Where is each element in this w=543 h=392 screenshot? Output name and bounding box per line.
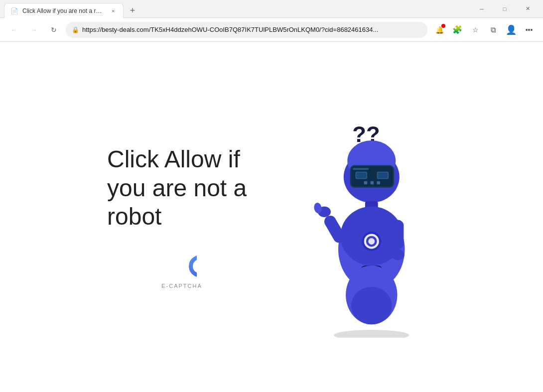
browser-actions: 🔔 🧩 ☆ ⧉ 👤 ••• [431, 22, 537, 38]
main-heading: Click Allow if you are not a robot [107, 145, 257, 231]
captcha-logo: E-CAPTCHA [107, 251, 257, 289]
more-icon: ••• [526, 26, 533, 34]
close-icon: ✕ [526, 5, 530, 12]
maximize-button[interactable]: □ [493, 0, 516, 18]
svg-point-29 [334, 330, 409, 338]
tab-title: Click Allow if you are not a robot [22, 7, 105, 14]
collections-icon: ⧉ [491, 25, 496, 34]
svg-rect-25 [392, 220, 404, 249]
svg-rect-11 [371, 181, 374, 184]
extensions-button[interactable]: 🧩 [449, 22, 465, 38]
left-section: Click Allow if you are not a robot E-CAP… [107, 145, 257, 289]
notifications-button[interactable]: 🔔 [431, 22, 447, 38]
svg-rect-5 [353, 167, 369, 169]
close-window-button[interactable]: ✕ [516, 0, 539, 18]
window-controls: ─ □ ✕ [470, 0, 539, 18]
refresh-button[interactable]: ↻ [46, 22, 62, 38]
svg-rect-9 [378, 172, 388, 178]
svg-rect-7 [357, 172, 366, 178]
tab-favicon: 📄 [10, 7, 18, 15]
tab-close-button[interactable]: × [109, 7, 117, 15]
more-button[interactable]: ••• [521, 22, 537, 38]
svg-point-28 [351, 286, 392, 324]
back-icon: ← [10, 26, 17, 34]
title-bar: 📄 Click Allow if you are not a robot × +… [0, 0, 543, 18]
navigation-bar: ← → ↻ 🔒 https://besty-deals.com/TK5xH4dd… [0, 18, 543, 42]
url-text: https://besty-deals.com/TK5xH4ddzehOWU-C… [82, 26, 421, 33]
content-wrapper: Click Allow if you are not a robot E-CAP… [87, 93, 456, 342]
robot-illustration: ?? [296, 113, 436, 322]
svg-point-26 [392, 249, 405, 260]
forward-icon: → [30, 26, 37, 34]
svg-rect-10 [364, 181, 367, 184]
puzzle-icon: 🧩 [452, 25, 462, 34]
notification-badge [441, 24, 445, 28]
refresh-icon: ↻ [51, 26, 57, 34]
favorites-button[interactable]: ☆ [467, 22, 483, 38]
new-tab-button[interactable]: + [126, 4, 139, 18]
svg-rect-12 [377, 181, 380, 184]
browser-window: 📄 Click Allow if you are not a robot × +… [0, 0, 543, 392]
captcha-c-icon [167, 251, 197, 281]
active-tab[interactable]: 📄 Click Allow if you are not a robot × [4, 3, 124, 19]
svg-point-19 [368, 238, 375, 244]
captcha-label: E-CAPTCHA [161, 283, 202, 289]
page-content: Click Allow if you are not a robot E-CAP… [0, 42, 543, 392]
minimize-icon: ─ [480, 6, 484, 12]
forward-button[interactable]: → [26, 22, 42, 38]
star-icon: ☆ [472, 26, 479, 34]
lock-icon: 🔒 [72, 26, 79, 33]
collections-button[interactable]: ⧉ [485, 22, 501, 38]
address-bar[interactable]: 🔒 https://besty-deals.com/TK5xH4ddzehOWU… [66, 22, 427, 38]
robot-svg: ?? [296, 113, 436, 338]
minimize-button[interactable]: ─ [470, 0, 493, 18]
profile-icon: 👤 [506, 24, 517, 35]
back-button[interactable]: ← [6, 22, 22, 38]
maximize-icon: □ [503, 6, 507, 12]
profile-button[interactable]: 👤 [503, 22, 519, 38]
